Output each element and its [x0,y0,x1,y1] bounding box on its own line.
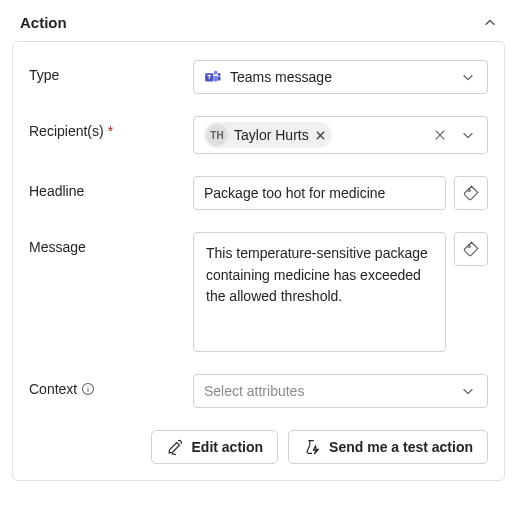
headline-value: Package too hot for medicine [204,185,435,201]
headline-input[interactable]: Package too hot for medicine [193,176,446,210]
svg-point-1 [214,71,218,75]
edit-action-button[interactable]: Edit action [151,430,279,464]
edit-icon [166,438,184,456]
svg-point-3 [468,189,470,191]
recipients-input[interactable]: TH Taylor Hurts [193,116,488,154]
type-value: Teams message [230,69,332,85]
context-label: Context [29,374,179,397]
message-label: Message [29,232,179,255]
headline-row: Headline Package too hot for medicine [29,176,488,210]
tag-icon [462,184,480,202]
panel-footer: Edit action Send me a test action [29,430,488,464]
message-tag-button[interactable] [454,232,488,266]
chevron-down-icon [461,70,475,84]
chevron-up-icon[interactable] [483,16,497,30]
recipients-row: Recipient(s) * TH Taylor Hurts [29,116,488,154]
recipients-label: Recipient(s) * [29,116,179,139]
avatar: TH [206,124,228,146]
action-panel: Action Type Teams message [0,0,517,481]
recipient-chip: TH Taylor Hurts [204,122,332,148]
info-icon[interactable] [81,382,95,396]
message-row: Message This temperature-sensitive packa… [29,232,488,352]
context-row: Context Select attributes [29,374,488,408]
chevron-down-icon [461,384,475,398]
headline-tag-button[interactable] [454,176,488,210]
panel-title: Action [20,14,67,31]
send-test-label: Send me a test action [329,439,473,455]
chip-remove-icon[interactable] [315,130,326,141]
send-test-button[interactable]: Send me a test action [288,430,488,464]
svg-point-4 [468,245,470,247]
context-placeholder: Select attributes [204,383,304,399]
type-row: Type Teams message [29,60,488,94]
context-select[interactable]: Select attributes [193,374,488,408]
recipient-name: Taylor Hurts [234,127,309,143]
clear-icon[interactable] [433,128,447,142]
panel-body: Type Teams message [12,41,505,481]
edit-action-label: Edit action [192,439,264,455]
chevron-down-icon[interactable] [461,128,475,142]
message-value: This temperature-sensitive package conta… [206,243,433,308]
type-label: Type [29,60,179,83]
panel-header[interactable]: Action [0,0,517,41]
teams-icon [204,68,222,86]
required-marker: * [108,123,113,139]
headline-label: Headline [29,176,179,199]
beaker-lightning-icon [303,438,321,456]
message-input[interactable]: This temperature-sensitive package conta… [193,232,446,352]
type-select[interactable]: Teams message [193,60,488,94]
tag-icon [462,240,480,258]
svg-point-2 [218,73,221,76]
